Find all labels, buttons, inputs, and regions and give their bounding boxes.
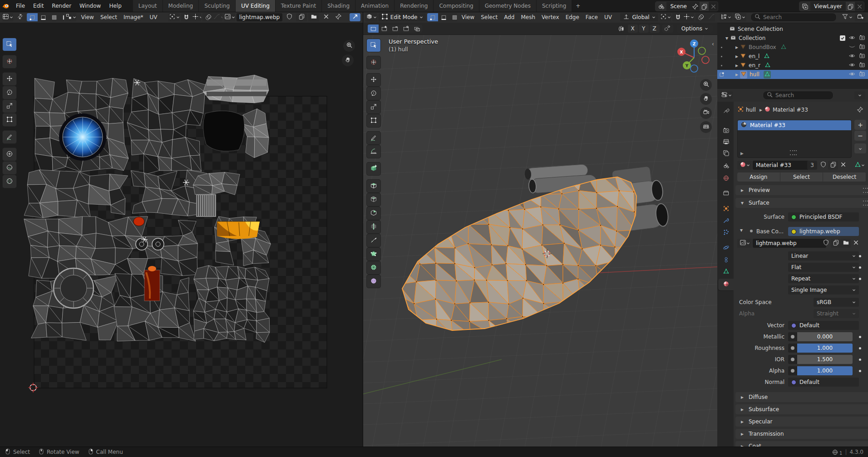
- decorator-dot[interactable]: [859, 255, 861, 257]
- image-option-single-image[interactable]: Single Image: [788, 285, 859, 295]
- material-slot-active[interactable]: Material #33: [738, 120, 851, 130]
- tool-relax[interactable]: [3, 162, 16, 174]
- outliner-search[interactable]: [750, 13, 837, 22]
- data-filter-button[interactable]: [853, 161, 866, 170]
- input-field-normal[interactable]: Default: [788, 378, 859, 387]
- menu-render[interactable]: Render: [48, 1, 75, 10]
- navigation-gizmo[interactable]: ZXY: [675, 37, 714, 76]
- properties-search-input[interactable]: [775, 92, 830, 98]
- slot-list-expand-icon[interactable]: ▶: [740, 151, 744, 156]
- viewport-canvas-area[interactable]: User Perspective (1) hull ZXY ‹: [363, 34, 717, 447]
- image-copy-button[interactable]: [831, 239, 841, 248]
- viewport-menu-face[interactable]: Face: [582, 13, 601, 21]
- scene-selector[interactable]: Scene: [655, 1, 718, 11]
- select-op-new[interactable]: [368, 25, 379, 33]
- socket-button-roughness[interactable]: [788, 344, 798, 353]
- tool-grab[interactable]: [3, 148, 16, 161]
- viewport-menu-view[interactable]: View: [459, 13, 478, 21]
- workspace-tab-rendering[interactable]: Rendering: [395, 0, 434, 12]
- mirror-x-toggle[interactable]: X: [628, 25, 638, 33]
- image-fake-user-button[interactable]: [284, 13, 295, 21]
- color-space-dropdown[interactable]: sRGB: [814, 298, 859, 307]
- viewlayer-selector[interactable]: ViewLayer: [799, 1, 864, 11]
- properties-tab-object-data[interactable]: [718, 266, 734, 278]
- panel-grip[interactable]: [863, 188, 868, 193]
- breadcrumb-object[interactable]: hull: [746, 107, 756, 113]
- uv-pan-button[interactable]: [342, 54, 354, 66]
- eye-icon[interactable]: [849, 53, 855, 60]
- proportional-edit-icon[interactable]: [202, 13, 213, 21]
- uv-image-browse-button[interactable]: [224, 13, 235, 21]
- viewport-menu-add[interactable]: Add: [501, 13, 518, 21]
- collapse-region-icon[interactable]: ‹: [712, 41, 714, 47]
- tool-transform[interactable]: [3, 113, 16, 126]
- socket-button-ior[interactable]: [788, 355, 798, 364]
- select-op-subtract[interactable]: [390, 25, 400, 33]
- viewport-pan-button[interactable]: [700, 93, 712, 105]
- socket-button-alpha[interactable]: [788, 366, 798, 375]
- tool-annotate[interactable]: [367, 132, 380, 144]
- image-option-repeat[interactable]: Repeat: [788, 274, 859, 283]
- properties-tab-object[interactable]: [718, 203, 734, 215]
- tool-move[interactable]: [3, 73, 16, 85]
- workspace-tab-scripting[interactable]: Scripting: [537, 0, 572, 12]
- material-users-button[interactable]: 3: [807, 161, 817, 170]
- copy-scene-button[interactable]: [700, 2, 709, 11]
- workspace-tab-geometry-nodes[interactable]: Geometry Nodes: [479, 0, 537, 12]
- image-open-button[interactable]: [308, 13, 319, 21]
- outliner-filter-button[interactable]: [841, 13, 853, 21]
- viewport-menu-select[interactable]: Select: [478, 13, 501, 21]
- browse-image-button[interactable]: [737, 239, 752, 248]
- uv-canvas-area[interactable]: [0, 23, 363, 447]
- viewport-pivot-button[interactable]: [660, 13, 671, 21]
- properties-tab-constraints[interactable]: [718, 255, 734, 266]
- select-face-button[interactable]: [449, 13, 457, 21]
- outliner-display-mode-button[interactable]: [720, 13, 732, 21]
- tool-add-cube[interactable]: [367, 162, 380, 175]
- uv-sticky-select-button[interactable]: [65, 13, 76, 21]
- workspace-tab-shading[interactable]: Shading: [322, 0, 355, 12]
- copy-viewlayer-button[interactable]: [846, 2, 855, 11]
- image-option-linear[interactable]: Linear: [788, 251, 859, 260]
- orientation-dropdown[interactable]: Global: [620, 13, 658, 21]
- viewlayer-icon[interactable]: [799, 2, 810, 11]
- base-color-expand-icon[interactable]: ▾: [738, 227, 745, 233]
- remove-slot-button[interactable]: −: [854, 131, 866, 141]
- snap-magnet-icon[interactable]: [181, 13, 192, 21]
- slot-list-grip[interactable]: [790, 150, 797, 155]
- tool-scale[interactable]: [367, 101, 380, 113]
- properties-tab-tool[interactable]: [718, 105, 734, 117]
- tool-spin[interactable]: [367, 261, 380, 274]
- panel-transmission[interactable]: ▸Transmission: [735, 429, 868, 439]
- deselect-button[interactable]: Deselect: [823, 172, 866, 182]
- material-unlink-button[interactable]: [838, 161, 848, 170]
- outliner-search-input[interactable]: [763, 14, 833, 20]
- uv-menu-uv[interactable]: UV: [147, 13, 161, 21]
- select-button[interactable]: Select: [780, 172, 824, 182]
- properties-editor-type-button[interactable]: [720, 91, 733, 99]
- chevron-right-icon[interactable]: ▸: [734, 62, 740, 69]
- uv-menu-select[interactable]: Select: [97, 13, 120, 21]
- camera-icon[interactable]: [859, 34, 865, 42]
- image-pin-button[interactable]: [333, 13, 344, 21]
- viewport-ortho-button[interactable]: [700, 121, 712, 133]
- tool-cursor[interactable]: [3, 55, 16, 68]
- panel-grip[interactable]: [863, 201, 868, 206]
- workspace-tab-uv-editing[interactable]: UV Editing: [236, 0, 276, 12]
- viewport-menu-mesh[interactable]: Mesh: [518, 13, 538, 21]
- tool-smooth[interactable]: [367, 275, 380, 288]
- viewport-menu-vertex[interactable]: Vertex: [538, 13, 562, 21]
- tool-knife[interactable]: [367, 234, 380, 247]
- decorator-dot[interactable]: [859, 278, 861, 280]
- slider-roughness[interactable]: 1.000: [797, 344, 853, 353]
- tool-select-box[interactable]: [3, 38, 16, 51]
- input-field-vector[interactable]: Default: [788, 321, 859, 330]
- properties-tab-modifiers[interactable]: [718, 216, 734, 227]
- surface-shader-field[interactable]: Principled BSDF: [788, 212, 859, 221]
- proportional-projected-button[interactable]: [662, 25, 673, 33]
- tool-select-box[interactable]: [367, 39, 380, 52]
- snap-settings-button[interactable]: [683, 13, 694, 21]
- properties-tab-output[interactable]: [718, 137, 734, 148]
- tool-loop-cut[interactable]: [367, 221, 380, 233]
- outliner-row-boundbox[interactable]: ▸BoundBox: [717, 43, 868, 52]
